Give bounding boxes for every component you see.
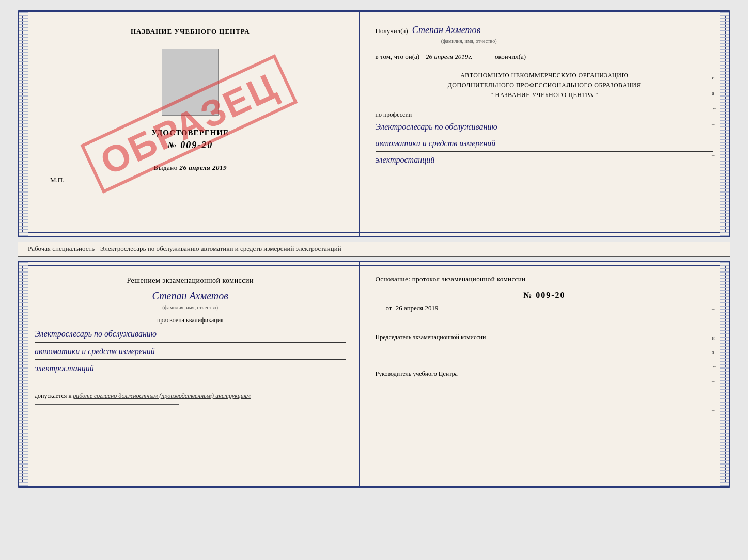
mp-label: М.П. bbox=[50, 176, 64, 184]
admission-underline bbox=[35, 404, 179, 405]
bottom-dash6: – bbox=[712, 407, 718, 413]
side-dash3: – bbox=[712, 152, 718, 158]
protocol-date: 26 апреля 2019 bbox=[396, 304, 439, 312]
qualification-line2: автоматики и средств измерений bbox=[35, 345, 346, 360]
bottom-label-i: и bbox=[712, 334, 718, 341]
protocol-date-line: от 26 апреля 2019 bbox=[386, 304, 713, 312]
recipient-name: Степан Ахметов bbox=[412, 25, 526, 37]
chairman-title: Председатель экзаменационной комиссии bbox=[376, 333, 713, 342]
org-block: АВТОНОМНУЮ НЕКОММЕРЧЕСКУЮ ОРГАНИЗАЦИЮ ДО… bbox=[376, 71, 713, 101]
certificate-number: № 009-20 bbox=[167, 140, 213, 151]
bottom-label-a: а bbox=[712, 349, 718, 355]
qualification-line3: электростанций bbox=[35, 362, 346, 377]
bottom-label-arrow: ← bbox=[712, 363, 718, 370]
org-line3: " НАЗВАНИЕ УЧЕБНОГО ЦЕНТРА " bbox=[376, 90, 713, 100]
person-name: Степан Ахметов bbox=[35, 290, 346, 302]
right-caption-top: и а ← – – – – bbox=[712, 74, 718, 173]
director-signature-line bbox=[376, 388, 458, 388]
bottom-left-page: Решением экзаменационной комиссии Степан… bbox=[19, 262, 360, 486]
admission-value: работе согласно должностным (производств… bbox=[73, 392, 251, 399]
middle-text: Рабочая специальность - Электрослесарь п… bbox=[28, 245, 341, 252]
bottom-right-page: Основание: протокол экзаменационной коми… bbox=[360, 262, 729, 486]
director-title: Руководитель учебного Центра bbox=[376, 370, 713, 378]
bottom-document: Решением экзаменационной комиссии Степан… bbox=[18, 261, 730, 488]
bottom-dash5: – bbox=[712, 392, 718, 398]
commission-title: Решением экзаменационной комиссии bbox=[35, 277, 346, 285]
spine-bottom-right bbox=[720, 262, 729, 486]
recipient-sub: (фамилия, имя, отчество) bbox=[412, 38, 526, 44]
chairman-signature-line bbox=[376, 351, 458, 351]
recipient-prefix: Получил(а) bbox=[376, 27, 408, 35]
qualification-label: присвоена квалификация bbox=[35, 316, 346, 324]
issued-label: Выдано bbox=[153, 164, 177, 171]
admission-line: допускается к работе согласно должностны… bbox=[35, 390, 346, 400]
top-document: НАЗВАНИЕ УЧЕБНОГО ЦЕНТРА УДОСТОВЕРЕНИЕ №… bbox=[18, 10, 730, 237]
certificate-title: УДОСТОВЕРЕНИЕ bbox=[152, 129, 229, 137]
school-name-header: НАЗВАНИЕ УЧЕБНОГО ЦЕНТРА bbox=[131, 27, 250, 36]
chairman-block: Председатель экзаменационной комиссии bbox=[376, 333, 713, 362]
director-block: Руководитель учебного Центра bbox=[376, 370, 713, 398]
profession-label: по профессии bbox=[376, 111, 713, 119]
date-line: в том, что он(а) 26 апреля 2019г. окончи… bbox=[376, 53, 713, 62]
org-line2: ДОПОЛНИТЕЛЬНОГО ПРОФЕССИОНАЛЬНОГО ОБРАЗО… bbox=[376, 81, 713, 90]
side-label-i: и bbox=[712, 74, 718, 81]
org-line1: АВТОНОМНУЮ НЕКОММЕРЧЕСКУЮ ОРГАНИЗАЦИЮ bbox=[376, 71, 713, 81]
document-container: НАЗВАНИЕ УЧЕБНОГО ЦЕНТРА УДОСТОВЕРЕНИЕ №… bbox=[18, 10, 730, 488]
profession-line3: электростанций bbox=[376, 154, 713, 168]
bottom-dash2: – bbox=[712, 306, 718, 312]
right-caption-bottom: – – – и а ← – – – bbox=[712, 291, 718, 413]
person-block: Степан Ахметов (фамилия, имя, отчество) bbox=[35, 290, 346, 316]
side-dash1: – bbox=[712, 121, 718, 127]
side-label-a: а bbox=[712, 90, 718, 96]
protocol-number: № 009-20 bbox=[376, 291, 713, 300]
bottom-dash4: – bbox=[712, 378, 718, 384]
dash1: – bbox=[534, 26, 538, 35]
recipient-line: Получил(а) Степан Ахметов (фамилия, имя,… bbox=[376, 25, 713, 44]
protocol-date-prefix: от bbox=[386, 304, 392, 312]
admission-prefix: допускается к bbox=[35, 392, 71, 399]
certificate-left-page: НАЗВАНИЕ УЧЕБНОГО ЦЕНТРА УДОСТОВЕРЕНИЕ №… bbox=[19, 12, 360, 236]
side-dash2: – bbox=[712, 136, 718, 142]
person-sub: (фамилия, имя, отчество) bbox=[35, 303, 346, 310]
profession-line1: Электрослесарь по обслуживанию bbox=[376, 121, 713, 135]
bottom-dash3: – bbox=[712, 320, 718, 326]
photo-placeholder bbox=[162, 49, 219, 116]
certificate-right-page: Получил(а) Степан Ахметов (фамилия, имя,… bbox=[360, 12, 729, 236]
date-prefix: в том, что он(а) bbox=[376, 53, 420, 61]
bottom-dash1: – bbox=[712, 291, 718, 297]
date-suffix: окончил(а) bbox=[495, 53, 526, 61]
spine-right bbox=[720, 12, 729, 236]
qualification-line1: Электрослесарь по обслуживанию bbox=[35, 327, 346, 343]
issued-date: 26 апреля 2019 bbox=[179, 164, 227, 171]
side-label-arrow: ← bbox=[712, 105, 718, 111]
middle-strip: Рабочая специальность - Электрослесарь п… bbox=[18, 242, 730, 257]
profession-line2: автоматики и средств измерений bbox=[376, 137, 713, 152]
side-dash4: – bbox=[712, 167, 718, 173]
basis-label: Основание: протокол экзаменационной коми… bbox=[376, 275, 713, 283]
date-value: 26 апреля 2019г. bbox=[424, 53, 491, 62]
issued-line: Выдано 26 апреля 2019 bbox=[153, 164, 227, 172]
